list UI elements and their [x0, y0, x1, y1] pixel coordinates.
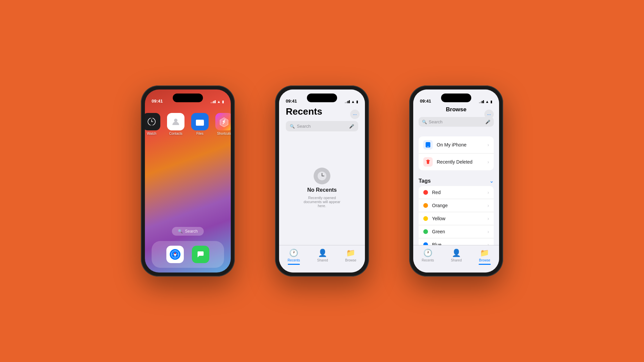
tags-chevron[interactable]: ⌄	[489, 178, 494, 184]
app-grid: Watch Contacts	[145, 110, 231, 139]
tags-section: Tags ⌄ Red › Orange	[413, 176, 499, 245]
tag-green-dot	[423, 229, 428, 234]
tag-green-row[interactable]: Green ›	[419, 225, 494, 238]
tag-orange-chevron: ›	[487, 203, 489, 208]
phone2-screen: 09:41 ▲ ▮ ··· Recents	[279, 89, 365, 273]
tag-green-label: Green	[432, 229, 483, 234]
tab-browse[interactable]: 📁 Browse	[345, 249, 356, 262]
dock	[152, 241, 224, 268]
tag-yellow-label: Yellow	[432, 216, 483, 221]
tag-blue-row[interactable]: Blue ›	[419, 238, 494, 245]
files-label: Files	[196, 132, 203, 135]
browse-shared-tab-icon: 👤	[452, 249, 461, 257]
search-icon-recents: 🔍	[290, 124, 295, 129]
wifi-icon-2: ▲	[351, 100, 355, 104]
locations-section: On My iPhone › Recently Deleted ›	[419, 136, 494, 170]
battery-icon-1: ▮	[222, 100, 224, 104]
svg-rect-23	[427, 160, 429, 160]
tab-bar-recents: 🕐 Recents 👤 Shared 📁 Browse	[279, 245, 365, 273]
signal-icon-2	[345, 100, 350, 103]
recents-header: Recents 🔍 Search 🎤	[279, 106, 365, 131]
recents-search-placeholder: Search	[297, 124, 311, 129]
recents-search-bar[interactable]: 🔍 Search 🎤	[286, 121, 358, 131]
phone1-screen: 09:41 ▲ ▮	[145, 89, 231, 273]
tag-orange-row[interactable]: Orange ›	[419, 199, 494, 212]
tab-recents[interactable]: 🕐 Recents	[288, 249, 300, 265]
contacts-app-icon[interactable]: Contacts	[167, 113, 184, 135]
safari-dock-icon[interactable]	[166, 246, 184, 263]
no-recents-sub: Recently opened documents will appear he…	[301, 196, 343, 208]
tag-blue-chevron: ›	[487, 242, 489, 245]
tab-browse-shared[interactable]: 👤 Shared	[451, 249, 462, 262]
tag-yellow-chevron: ›	[487, 216, 489, 221]
phone1: 09:41 ▲ ▮	[141, 85, 235, 277]
browse-recents-tab-icon: 🕐	[423, 249, 432, 257]
status-icons-1: ▲ ▮	[211, 100, 224, 104]
browse-list: On My iPhone › Recently Deleted ›	[413, 136, 499, 245]
tags-list-section: Red › Orange › Yellow	[419, 186, 494, 245]
tab-shared[interactable]: 👤 Shared	[317, 249, 328, 262]
on-my-iphone-label: On My iPhone	[437, 142, 483, 147]
tag-blue-label: Blue	[432, 242, 483, 245]
shared-tab-label: Shared	[317, 258, 328, 262]
tags-label: Tags	[419, 178, 431, 184]
phone3-screen: 09:41 ▲ ▮ ··· Browse	[413, 89, 499, 273]
mic-icon-browse: 🎤	[485, 120, 490, 124]
recents-tab-icon: 🕐	[289, 249, 298, 257]
recently-deleted-row[interactable]: Recently Deleted ›	[419, 154, 494, 170]
search-icon-browse: 🔍	[422, 120, 427, 124]
watch-app-icon[interactable]: Watch	[145, 113, 160, 135]
mic-icon-recents: 🎤	[349, 124, 354, 129]
wifi-icon-1: ▲	[217, 100, 221, 104]
dynamic-island-1	[173, 94, 203, 102]
svg-point-21	[428, 146, 428, 146]
time-1: 09:41	[152, 99, 163, 104]
tag-yellow-row[interactable]: Yellow ›	[419, 212, 494, 225]
messages-dock-icon[interactable]	[192, 246, 209, 263]
svg-point-5	[174, 119, 177, 122]
signal-icon-3	[479, 100, 484, 103]
browse-search-placeholder: Search	[429, 119, 442, 124]
tag-orange-dot	[423, 203, 428, 208]
wifi-icon-3: ▲	[485, 100, 489, 104]
browse-header: Browse 🔍 Search 🎤	[413, 106, 499, 131]
dynamic-island-3	[441, 94, 471, 102]
tab-browse-browse[interactable]: 📁 Browse	[479, 249, 491, 265]
dynamic-island-2	[307, 94, 337, 102]
tag-orange-label: Orange	[432, 203, 483, 208]
time-3: 09:41	[420, 99, 431, 104]
browse-recents-tab-label: Recents	[422, 258, 434, 262]
battery-icon-2: ▮	[356, 100, 358, 104]
iphone-location-icon	[423, 140, 433, 149]
time-2: 09:41	[286, 99, 297, 104]
browse-browse-tab-icon: 📁	[480, 249, 489, 257]
tags-header: Tags ⌄	[413, 176, 499, 186]
svg-rect-20	[427, 146, 429, 147]
files-app-img	[191, 113, 209, 130]
search-pill[interactable]: 🔍 Search	[172, 227, 204, 236]
files-app-icon[interactable]: Files	[191, 113, 209, 135]
tab-browse-recents[interactable]: 🕐 Recents	[422, 249, 434, 262]
browse-title: Browse	[419, 106, 494, 113]
clock-icon	[314, 168, 330, 184]
on-my-iphone-row[interactable]: On My iPhone ›	[419, 136, 494, 154]
tag-yellow-dot	[423, 216, 428, 221]
tag-red-row[interactable]: Red ›	[419, 186, 494, 199]
contacts-label: Contacts	[169, 132, 182, 135]
contacts-app-img	[167, 113, 184, 130]
search-icon-pill: 🔍	[178, 229, 183, 234]
recently-deleted-label: Recently Deleted	[437, 159, 483, 165]
watch-label: Watch	[147, 132, 156, 135]
tag-blue-dot	[423, 242, 428, 245]
watch-app-img	[145, 113, 160, 130]
browse-tab-icon: 📁	[346, 249, 355, 257]
signal-icon-1	[211, 100, 216, 103]
tag-green-chevron: ›	[487, 229, 489, 234]
browse-search-bar[interactable]: 🔍 Search 🎤	[419, 117, 494, 127]
tag-red-dot	[423, 190, 428, 195]
no-recents-title: No Recents	[307, 187, 337, 193]
svg-rect-22	[426, 160, 430, 161]
shared-tab-icon: 👤	[318, 249, 327, 257]
recents-tab-label: Recents	[288, 258, 300, 262]
shortcuts-app-icon[interactable]: Shortcuts	[215, 113, 231, 135]
